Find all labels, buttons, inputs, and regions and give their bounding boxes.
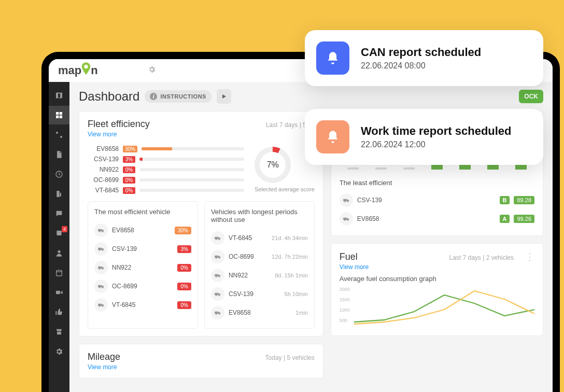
view-more-link[interactable]: View more <box>88 131 150 138</box>
vehicle-row[interactable]: CSV-139 5h 10min <box>211 285 308 303</box>
svg-point-11 <box>99 250 100 251</box>
truck-icon <box>211 269 224 282</box>
logo-text: map <box>58 64 81 77</box>
grade-badge: B <box>500 196 510 204</box>
vehicle-row[interactable]: OC-8699 12d. 7h 22min <box>211 247 308 266</box>
score-badge: 89.28 <box>514 196 534 204</box>
truck-icon <box>211 250 224 263</box>
efficiency-bar-row: OC-8699 0% <box>88 176 244 184</box>
idle-duration: 21d. 4h 34min <box>272 235 308 241</box>
view-more-link[interactable]: View more <box>340 263 369 271</box>
svg-rect-34 <box>215 312 218 314</box>
toast-worktime-report[interactable]: Work time report scheduled 22.06.2024 12… <box>305 109 543 165</box>
green-bar <box>347 167 359 170</box>
svg-rect-25 <box>215 256 218 258</box>
vehicle-row[interactable]: NN922 0% <box>94 258 191 277</box>
bar-label: EV8658 <box>88 145 119 152</box>
fuel-card: Fuel View more Last 7 days | 2 vehicles … <box>331 243 543 336</box>
instructions-label: INSTRUCTIONS <box>160 93 206 100</box>
vehicle-row[interactable]: EV8658 30% <box>94 221 191 240</box>
svg-rect-19 <box>98 304 102 306</box>
truck-icon <box>94 279 108 293</box>
bar-track <box>142 147 244 150</box>
subcard-title: The most efficient vehicle <box>94 208 191 216</box>
vehicle-name: EV8658 <box>112 227 171 234</box>
vehicle-score: 30% <box>175 227 191 234</box>
score-badge: 99.26 <box>514 215 534 223</box>
sidebar-item-calendar[interactable] <box>49 263 69 282</box>
least-efficient-row[interactable]: CSV-139 B 89.28 <box>340 191 534 209</box>
kebab-menu-icon[interactable]: ⋮ <box>525 251 534 262</box>
view-more-link[interactable]: View more <box>88 363 120 371</box>
svg-point-32 <box>216 295 217 296</box>
truck-icon <box>211 231 224 245</box>
sidebar: 4 <box>49 82 69 392</box>
vehicle-name: CSV-139 <box>112 245 173 253</box>
sidebar-item-store[interactable] <box>49 323 69 341</box>
svg-rect-16 <box>98 285 102 288</box>
svg-point-23 <box>216 239 217 240</box>
bar-label: VT-6845 <box>88 187 119 194</box>
svg-point-20 <box>99 306 100 307</box>
sidebar-item-dashboard[interactable] <box>49 106 69 124</box>
truck-icon <box>94 223 108 237</box>
truck-icon <box>94 298 108 312</box>
sidebar-item-docs[interactable] <box>49 145 69 164</box>
svg-point-15 <box>102 269 103 270</box>
card-meta: Last 7 days | 2 vehicles <box>449 254 514 261</box>
svg-point-8 <box>99 231 100 232</box>
bar-percent: 30% <box>123 146 137 152</box>
svg-rect-3 <box>57 231 61 235</box>
sidebar-item-routes[interactable] <box>49 125 69 144</box>
app-logo[interactable]: map n <box>58 62 98 79</box>
vehicle-name: NN922 <box>229 272 271 279</box>
sidebar-item-time[interactable] <box>49 165 69 184</box>
sidebar-item-map[interactable] <box>49 86 69 105</box>
sidebar-item-bus[interactable]: 4 <box>49 224 69 243</box>
instructions-button[interactable]: i INSTRUCTIONS <box>145 90 212 103</box>
vehicle-name: OC-8699 <box>112 283 173 290</box>
most-efficient-subcard: The most efficient vehicle EV8658 30% CS… <box>88 201 198 329</box>
sidebar-item-fuel[interactable] <box>49 185 69 203</box>
svg-point-21 <box>102 306 103 307</box>
play-button[interactable] <box>217 89 231 104</box>
vehicle-row[interactable]: OC-8699 0% <box>94 277 191 296</box>
vehicle-name: EV8658 <box>357 215 496 222</box>
efficiency-bar-row: CSV-139 3% <box>88 156 244 163</box>
svg-point-0 <box>56 132 58 134</box>
y-tick: 500 <box>340 318 350 323</box>
vehicle-name: CSV-139 <box>229 290 280 298</box>
svg-rect-7 <box>98 229 102 232</box>
bar-label: CSV-139 <box>88 156 119 163</box>
sidebar-item-thumbs[interactable] <box>49 303 69 321</box>
sidebar-item-video[interactable] <box>49 283 69 302</box>
vehicle-score: 3% <box>177 245 191 253</box>
sidebar-item-settings[interactable] <box>49 342 69 361</box>
svg-point-33 <box>219 295 220 296</box>
sidebar-item-user[interactable] <box>49 244 69 262</box>
toast-time: 22.06.2024 12:00 <box>361 140 512 149</box>
green-bar <box>375 167 387 170</box>
vehicle-row[interactable]: NN922 8d. 15h 1min <box>211 266 308 285</box>
svg-point-29 <box>216 276 217 277</box>
vehicle-row[interactable]: CSV-139 3% <box>94 240 191 258</box>
toast-title: CAN report scheduled <box>361 46 481 59</box>
lock-button[interactable]: OCK <box>519 90 543 103</box>
toast-can-report[interactable]: CAN report scheduled 22.06.2024 08:00 <box>305 30 543 86</box>
svg-point-12 <box>102 250 103 251</box>
bar-track <box>139 178 244 181</box>
vehicle-score: 0% <box>177 264 191 272</box>
sidebar-item-chat[interactable] <box>49 204 69 223</box>
longest-idle-subcard: Vehicles with longest periods without us… <box>204 201 315 329</box>
y-tick: 1000 <box>340 307 350 313</box>
least-efficient-row[interactable]: EV8658 A 99.26 <box>340 209 534 228</box>
vehicle-score: 0% <box>177 301 191 309</box>
vehicle-row[interactable]: EV8658 1min <box>211 303 308 322</box>
gear-icon[interactable] <box>148 65 156 76</box>
vehicle-row[interactable]: VT-6845 21d. 4h 34min <box>211 229 308 247</box>
vehicle-row[interactable]: VT-6845 0% <box>94 296 191 314</box>
logo-pin-icon <box>80 62 92 79</box>
gauge-caption: Selected average score <box>255 186 315 192</box>
bell-icon <box>316 120 349 153</box>
svg-rect-28 <box>215 274 218 277</box>
